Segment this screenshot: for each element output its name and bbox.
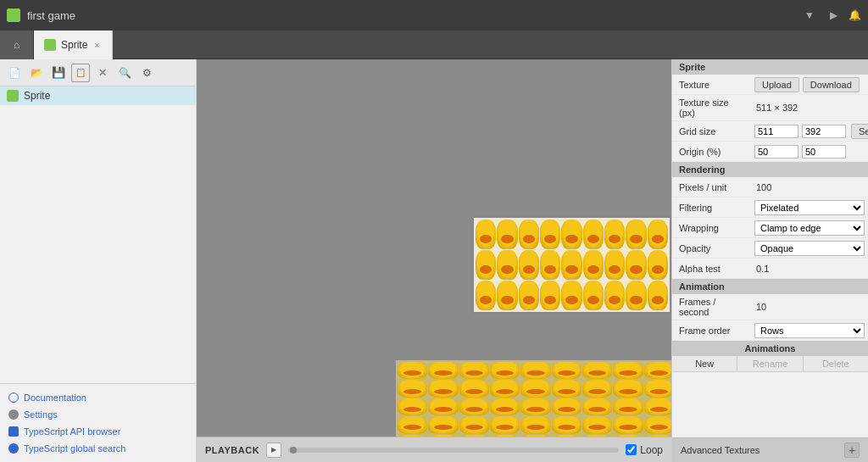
maximize-button[interactable]: ▶ (825, 7, 842, 24)
sprite-preview-top (472, 216, 671, 314)
app-name: first game (27, 9, 794, 22)
wrapping-select[interactable]: Clamp to edge Repeat Mirror (754, 220, 865, 236)
sprite-cell (644, 416, 671, 433)
origin-y-input[interactable] (802, 145, 846, 159)
sprite-cell (398, 398, 427, 415)
anim-delete-button[interactable]: Delete (804, 356, 868, 371)
sprite-cell (428, 398, 458, 415)
sprite-cell (626, 281, 646, 310)
sprite-cell (561, 281, 581, 310)
sprite-cell (459, 416, 489, 433)
advanced-textures-add-button[interactable]: + (844, 443, 860, 458)
setup-button[interactable]: Setup (851, 124, 868, 139)
grid-size-row: Grid size Setup (672, 121, 868, 142)
sprite-cell (459, 380, 489, 397)
sprite-cell (644, 398, 671, 415)
texture-size-label: Texture size (px) (672, 95, 753, 120)
notification-icon[interactable]: 🔔 (849, 9, 861, 21)
minimize-button[interactable]: ▼ (801, 7, 818, 24)
animation-buttons-row: New Rename Delete (672, 356, 868, 372)
frames-per-sec-row: Frames / second 10 (672, 294, 868, 320)
grid-size-label: Grid size (672, 124, 753, 139)
progress-thumb (290, 447, 297, 454)
opacity-select[interactable]: Opaque Transparent (754, 241, 865, 256)
home-button[interactable]: ⌂ (0, 31, 34, 59)
filter-button[interactable]: ⚙ (137, 64, 156, 82)
sprite-cell (648, 220, 668, 249)
sprite-cell (459, 398, 489, 415)
download-button[interactable]: Download (803, 77, 860, 92)
anim-new-button[interactable]: New (672, 356, 737, 371)
play-button[interactable] (266, 443, 281, 458)
texture-buttons: Upload Download (753, 75, 861, 94)
texture-size-row: Texture size (px) 511 × 392 (672, 95, 868, 121)
settings-link[interactable]: Settings (0, 406, 196, 423)
settings-icon (8, 409, 19, 420)
origin-label: Origin (%) (672, 144, 753, 159)
save-button[interactable]: 💾 (49, 64, 68, 82)
frame-order-label: Frame order (672, 323, 753, 338)
origin-x-input[interactable] (754, 145, 798, 159)
playback-progress[interactable] (288, 448, 619, 453)
tab-close-button[interactable]: × (92, 38, 101, 52)
texture-row: Texture Upload Download (672, 75, 868, 95)
anim-rename-button[interactable]: Rename (737, 356, 803, 371)
grid-width-input[interactable] (754, 125, 798, 138)
open-button[interactable]: 📂 (27, 64, 46, 82)
sprite-cell (582, 416, 612, 433)
ts-api-icon (8, 426, 19, 437)
pixels-unit-label: Pixels / unit (672, 180, 753, 195)
sidebar-item-sprite[interactable]: Sprite (0, 86, 196, 105)
sprite-cell (490, 398, 520, 415)
wrapping-label: Wrapping (672, 220, 753, 236)
sprite-cell (552, 380, 581, 397)
sprite-cell (552, 416, 581, 433)
typescript-global-link[interactable]: TypeScript global search (0, 440, 196, 457)
sprite-cell (582, 380, 612, 397)
sprite-tab[interactable]: Sprite × (34, 31, 113, 59)
grid-height-input[interactable] (802, 125, 846, 138)
texture-size-value: 511 × 392 (753, 101, 868, 114)
search-button[interactable]: 🔍 (115, 64, 134, 82)
sidebar-footer: Documentation Settings TypeScript API br… (0, 383, 196, 462)
frames-per-sec-label: Frames / second (672, 294, 753, 320)
documentation-icon (8, 392, 19, 403)
right-panel: Sprite Texture Upload Download Texture s… (671, 59, 868, 462)
center-content: PLAYBACK Loop (197, 59, 671, 462)
upload-button[interactable]: Upload (754, 77, 799, 92)
sprite-cell (520, 362, 550, 379)
title-bar: first game ▼ ▶ 🔔 (0, 0, 868, 31)
loop-checkbox[interactable] (626, 444, 637, 455)
sprite-cell (520, 416, 550, 433)
texture-label: Texture (672, 77, 753, 92)
sprite-cell (398, 380, 427, 397)
typescript-api-link[interactable]: TypeScript API browser (0, 423, 196, 440)
sprite-cell (613, 398, 643, 415)
documentation-link[interactable]: Documentation (0, 389, 196, 406)
app-icon (7, 8, 20, 22)
sprite-cell (582, 362, 612, 379)
opacity-row: Opacity Opaque Transparent (672, 238, 868, 259)
animations-subheader: Animations (672, 341, 868, 356)
alpha-test-row: Alpha test 0.1 (672, 259, 868, 279)
delete-button[interactable]: ✕ (93, 64, 112, 82)
sprite-cell (519, 250, 539, 280)
sprite-cell (561, 220, 581, 249)
sprite-item-icon (7, 90, 19, 102)
frame-order-select[interactable]: Rows Columns (754, 323, 865, 338)
sprite-cell (540, 250, 560, 280)
loop-checkbox-container[interactable]: Loop (626, 444, 663, 456)
main-area: 📄 📂 💾 📋 ✕ 🔍 ⚙ Sprite Documentation Setti… (0, 59, 868, 462)
sprite-cell (613, 362, 643, 379)
alpha-test-value: 0.1 (753, 262, 868, 276)
sprite-section-header: Sprite (672, 59, 868, 75)
sprite-cell (583, 250, 604, 280)
advanced-textures-label: Advanced Textures (681, 445, 760, 455)
new-file-button[interactable]: 📄 (5, 64, 24, 82)
playback-bar: PLAYBACK Loop (197, 437, 671, 462)
save-as-button[interactable]: 📋 (71, 64, 90, 82)
sprite-cell (490, 362, 520, 379)
alpha-test-label: Alpha test (672, 261, 753, 276)
filtering-select[interactable]: Pixelated Linear Nearest (754, 200, 865, 215)
sprite-cell (583, 220, 604, 249)
